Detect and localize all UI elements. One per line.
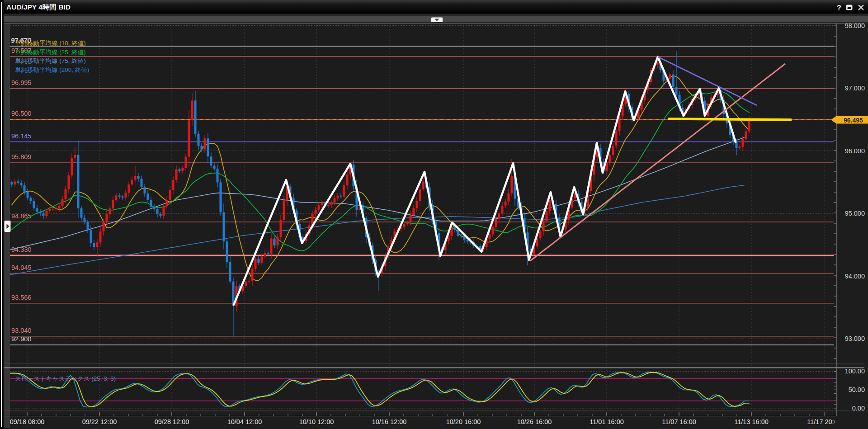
svg-text:94.865: 94.865 (11, 212, 31, 220)
svg-text:95.809: 95.809 (11, 153, 31, 160)
svg-text:単純移動平均線 (75, 終値): 単純移動平均線 (75, 終値) (15, 57, 86, 64)
svg-text:AUD/JPY 4時間 BID: AUD/JPY 4時間 BID (6, 3, 71, 11)
svg-text:09/28 12:00: 09/28 12:00 (155, 418, 189, 425)
svg-text:11/13 16:00: 11/13 16:00 (734, 418, 769, 425)
svg-text:97.000: 97.000 (845, 85, 865, 92)
svg-text:93.040: 93.040 (11, 327, 31, 334)
svg-text:96.145: 96.145 (11, 132, 31, 140)
svg-text:50.00: 50.00 (849, 386, 865, 393)
svg-text:94.000: 94.000 (845, 273, 865, 280)
svg-text:10/10 12:00: 10/10 12:00 (299, 418, 334, 425)
svg-text:100.00: 100.00 (845, 368, 865, 375)
svg-text:98.000: 98.000 (845, 22, 865, 29)
svg-text:95.000: 95.000 (845, 210, 865, 217)
svg-text:96.000: 96.000 (845, 147, 865, 155)
svg-text:0.00: 0.00 (852, 405, 865, 412)
svg-text:93.566: 93.566 (11, 294, 31, 301)
svg-text:単純移動平均線 (200, 終値): 単純移動平均線 (200, 終値) (15, 66, 89, 73)
svg-text:92.900: 92.900 (11, 335, 31, 343)
svg-text:09/22 12:00: 09/22 12:00 (82, 418, 117, 425)
svg-text:10/16 12:00: 10/16 12:00 (372, 418, 407, 425)
svg-text:96.495: 96.495 (844, 117, 863, 124)
svg-text:11/01 16:00: 11/01 16:00 (590, 418, 624, 425)
svg-text:11/07 16:00: 11/07 16:00 (662, 418, 696, 425)
svg-text:96.500: 96.500 (11, 110, 31, 117)
svg-text:単純移動平均線 (25, 終値): 単純移動平均線 (25, 終値) (15, 49, 86, 56)
svg-text:10/20 16:00: 10/20 16:00 (446, 418, 481, 425)
svg-text:93.000: 93.000 (845, 335, 865, 342)
svg-text:10/26 16:00: 10/26 16:00 (517, 418, 552, 425)
svg-text:単純移動平均線 (10, 終値): 単純移動平均線 (10, 終値) (15, 40, 86, 47)
svg-text:94.045: 94.045 (11, 264, 31, 271)
svg-text:10/04 12:00: 10/04 12:00 (227, 418, 262, 425)
svg-text:スローストキャスティクス (25, 3, 3): スローストキャスティクス (25, 3, 3) (15, 375, 116, 382)
svg-text:09/18 08:00: 09/18 08:00 (10, 418, 45, 425)
svg-text:96.995: 96.995 (11, 79, 31, 86)
svg-text:?: ? (837, 4, 841, 12)
